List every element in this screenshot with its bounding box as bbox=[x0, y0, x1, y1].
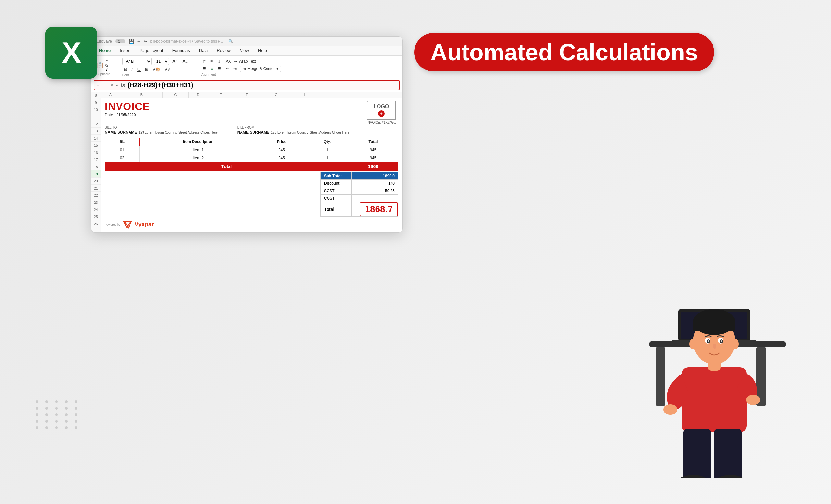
decrease-indent-btn[interactable]: ⇤ bbox=[224, 66, 230, 72]
row-num-22[interactable]: 22 bbox=[91, 192, 101, 199]
col-a[interactable]: A bbox=[101, 92, 120, 98]
row-num-11[interactable]: 11 bbox=[91, 113, 101, 120]
svg-point-21 bbox=[721, 340, 722, 342]
row-num-13[interactable]: 13 bbox=[91, 127, 101, 135]
italic-btn[interactable]: I bbox=[130, 66, 134, 73]
sub-total-value: 1890.0 bbox=[351, 172, 398, 179]
col-b[interactable]: B bbox=[120, 92, 163, 98]
col-h[interactable]: H bbox=[292, 92, 318, 98]
row1-total[interactable]: 945 bbox=[348, 146, 398, 154]
col-d[interactable]: D bbox=[189, 92, 208, 98]
align-left-btn[interactable]: ☰ bbox=[201, 66, 207, 72]
col-price: Price bbox=[257, 138, 306, 146]
row2-total[interactable]: 945 bbox=[348, 154, 398, 162]
search-icon[interactable]: 🔍 bbox=[229, 39, 233, 43]
decrease-font-btn[interactable]: A↓ bbox=[181, 58, 189, 65]
row-num-23[interactable]: 23 bbox=[91, 199, 101, 206]
cut-icon[interactable]: ✂ bbox=[106, 58, 109, 63]
bill-from-name: NAME SURNAME bbox=[237, 130, 269, 135]
align-top-btn[interactable]: ⇈ bbox=[201, 58, 207, 64]
row2-sl[interactable]: 02 bbox=[105, 154, 140, 162]
align-bottom-btn[interactable]: ⇊ bbox=[216, 58, 222, 64]
font-color-btn[interactable]: A🖊 bbox=[164, 66, 173, 72]
wrap-text-btn[interactable]: ⇥ Wrap Text bbox=[234, 59, 256, 64]
powered-by-text: Powered by bbox=[105, 223, 120, 226]
align-middle-btn[interactable]: ≡ bbox=[209, 58, 214, 64]
final-total-label: Total bbox=[321, 202, 351, 216]
font-size-select[interactable]: 11 bbox=[153, 58, 169, 65]
align-center-btn[interactable]: ≡ bbox=[209, 66, 214, 72]
increase-indent-btn[interactable]: ⇥ bbox=[232, 66, 238, 72]
row1-qty[interactable]: 1 bbox=[306, 146, 348, 154]
redo-icon[interactable]: ↪ bbox=[144, 39, 147, 43]
tab-help[interactable]: Help bbox=[254, 46, 271, 56]
cancel-formula-icon[interactable]: ✕ bbox=[110, 83, 114, 88]
row-num-16[interactable]: 16 bbox=[91, 149, 101, 156]
tab-page-layout[interactable]: Page Layout bbox=[135, 46, 168, 56]
font-group: Arial 11 A↑ A↓ B I U ⊞ A🎨 A🖊 Font bbox=[120, 58, 194, 77]
col-g[interactable]: G bbox=[260, 92, 292, 98]
tab-data[interactable]: Data bbox=[195, 46, 212, 56]
row-num-9[interactable]: 9 bbox=[91, 99, 101, 106]
row1-sl[interactable]: 01 bbox=[105, 146, 140, 154]
col-i[interactable]: I bbox=[318, 92, 332, 98]
format-painter-icon[interactable]: 🖌 bbox=[106, 68, 109, 72]
formula-expression[interactable]: (H28-H29)+(H30+H31) bbox=[127, 82, 397, 89]
vyapar-brand-name: Vyapar bbox=[135, 221, 154, 228]
logo-add-icon[interactable]: + bbox=[378, 110, 385, 117]
invoice-title: INVOICE bbox=[105, 100, 150, 113]
bill-section: BILL TO NAME SURNAME 123 Lorem Ipsum Cou… bbox=[105, 126, 398, 135]
row-num-21[interactable]: 21 bbox=[91, 185, 101, 192]
underline-btn[interactable]: U bbox=[136, 66, 142, 73]
dot-decoration-left bbox=[36, 401, 81, 429]
orientation-btn[interactable]: ↗A bbox=[224, 58, 232, 64]
cgst-label: CGST bbox=[321, 195, 351, 202]
logo-placeholder[interactable]: LOGO + bbox=[367, 100, 396, 120]
row1-price[interactable]: 945 bbox=[257, 146, 306, 154]
formula-bar: H ✕ ✓ fx (H28-H29)+(H30+H31) bbox=[94, 80, 400, 90]
row-num-24[interactable]: 24 bbox=[91, 206, 101, 213]
row-num-12[interactable]: 12 bbox=[91, 120, 101, 127]
row-num-26[interactable]: 26 bbox=[91, 220, 101, 228]
copy-icon[interactable]: ⧉ bbox=[106, 64, 109, 67]
col-desc: Item Description bbox=[139, 138, 257, 146]
svg-rect-25 bbox=[714, 429, 742, 478]
bill-to-name: NAME SURNAME bbox=[105, 130, 137, 135]
merge-dropdown-icon[interactable]: ▾ bbox=[276, 66, 278, 71]
row-num-20[interactable]: 20 bbox=[91, 178, 101, 185]
confirm-formula-icon[interactable]: ✓ bbox=[116, 83, 119, 88]
align-right-btn[interactable]: ☰ bbox=[216, 66, 222, 72]
row-num-25[interactable]: 25 bbox=[91, 213, 101, 220]
row-num-10[interactable]: 10 bbox=[91, 106, 101, 113]
row-num-18[interactable]: 18 bbox=[91, 163, 101, 170]
sgst-row: SGST 59.35 bbox=[321, 187, 398, 195]
col-c[interactable]: C bbox=[163, 92, 189, 98]
save-icon[interactable]: 💾 bbox=[128, 39, 134, 44]
row-num-14[interactable]: 14 bbox=[91, 135, 101, 142]
tab-review[interactable]: Review bbox=[212, 46, 235, 56]
tab-view[interactable]: View bbox=[235, 46, 254, 56]
font-name-select[interactable]: Arial bbox=[122, 58, 151, 65]
tab-insert[interactable]: Insert bbox=[115, 46, 135, 56]
row2-price[interactable]: 945 bbox=[257, 154, 306, 162]
row-num-17[interactable]: 17 bbox=[91, 156, 101, 163]
fx-label[interactable]: fx bbox=[121, 82, 125, 88]
final-total-box: 1868.7 bbox=[360, 202, 398, 216]
sgst-label: SGST bbox=[321, 187, 351, 195]
bold-btn[interactable]: B bbox=[122, 66, 128, 73]
undo-icon[interactable]: ↩ bbox=[137, 39, 141, 43]
col-e[interactable]: E bbox=[208, 92, 234, 98]
row-num-19[interactable]: 19 bbox=[91, 170, 101, 178]
col-f[interactable]: F bbox=[234, 92, 260, 98]
row2-qty[interactable]: 1 bbox=[306, 154, 348, 162]
fill-color-btn[interactable]: A🎨 bbox=[151, 66, 162, 72]
autosave-toggle[interactable]: Off bbox=[115, 39, 125, 43]
border-btn[interactable]: ⊞ bbox=[144, 66, 150, 72]
merge-center-btn[interactable]: ⊞ Merge & Center ▾ bbox=[240, 65, 281, 72]
tab-formulas[interactable]: Formulas bbox=[168, 46, 195, 56]
row1-desc[interactable]: Item 1 bbox=[139, 146, 257, 154]
row-num-15[interactable]: 15 bbox=[91, 142, 101, 149]
increase-font-btn[interactable]: A↑ bbox=[171, 58, 179, 65]
row2-desc[interactable]: Item 2 bbox=[139, 154, 257, 162]
total-row: Total 1869 bbox=[105, 162, 398, 171]
